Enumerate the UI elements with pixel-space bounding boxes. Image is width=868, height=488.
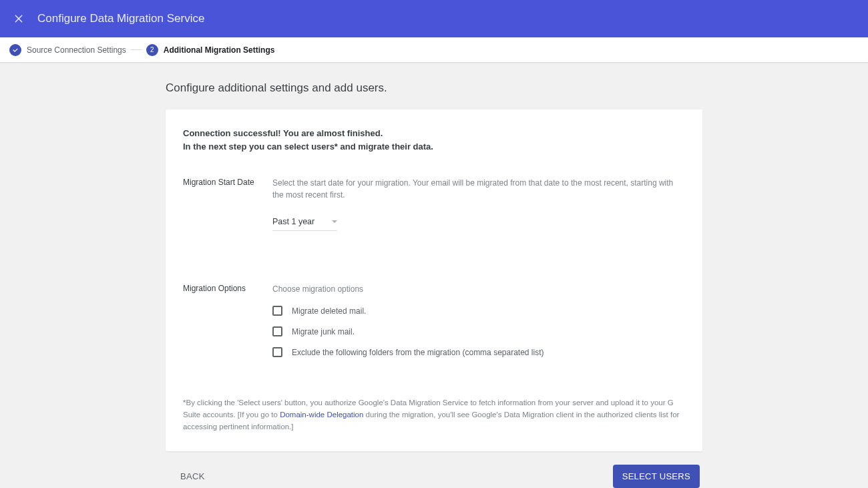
- success-message: Connection successful! You are almost fi…: [183, 127, 685, 153]
- checkbox[interactable]: [272, 326, 282, 336]
- success-line-1: Connection successful! You are almost fi…: [183, 127, 685, 140]
- settings-card: Connection successful! You are almost fi…: [166, 109, 702, 451]
- migration-options-row: Migration Options Choose migration optio…: [183, 283, 685, 357]
- option-exclude-folders: Exclude the following folders from the m…: [272, 347, 685, 357]
- close-icon: [13, 13, 24, 24]
- field-helper: Select the start date for your migration…: [272, 177, 685, 201]
- option-migrate-deleted: Migrate deleted mail.: [272, 306, 685, 316]
- step-number-badge: 2: [146, 44, 158, 56]
- checkbox[interactable]: [272, 306, 282, 316]
- action-bar: BACK SELECT USERS: [166, 451, 702, 488]
- migration-start-date-row: Migration Start Date Select the start da…: [183, 177, 685, 231]
- domain-wide-delegation-link[interactable]: Domain-wide Delegation: [280, 411, 363, 419]
- disclaimer-text: *By clicking the 'Select users' button, …: [183, 397, 685, 433]
- checkbox-label: Migrate deleted mail.: [292, 306, 366, 316]
- back-button[interactable]: BACK: [180, 471, 205, 481]
- select-value: Past 1 year: [272, 217, 314, 226]
- option-migrate-junk: Migrate junk mail.: [272, 326, 685, 336]
- field-label: Migration Start Date: [183, 177, 272, 187]
- start-date-select[interactable]: Past 1 year: [272, 217, 337, 231]
- select-users-button[interactable]: SELECT USERS: [613, 465, 700, 488]
- field-label: Migration Options: [183, 283, 272, 293]
- step-label: Source Connection Settings: [27, 45, 126, 55]
- stepper: Source Connection Settings 2 Additional …: [0, 37, 868, 63]
- step-source-connection[interactable]: Source Connection Settings: [9, 44, 126, 56]
- success-line-2: In the next step you can select users* a…: [183, 140, 685, 154]
- field-helper: Choose migration options: [272, 283, 685, 295]
- close-button[interactable]: [11, 11, 27, 27]
- checkbox-label: Migrate junk mail.: [292, 327, 355, 336]
- check-icon: [9, 44, 21, 56]
- app-header: Configure Data Migration Service: [0, 0, 868, 37]
- step-separator: [130, 49, 142, 50]
- page-title: Configure Data Migration Service: [37, 12, 204, 25]
- checkbox[interactable]: [272, 347, 282, 357]
- step-label: Additional Migration Settings: [164, 45, 275, 55]
- chevron-down-icon: [332, 220, 337, 223]
- checkbox-label: Exclude the following folders from the m…: [292, 348, 544, 357]
- step-additional-settings[interactable]: 2 Additional Migration Settings: [146, 44, 275, 56]
- section-heading: Configure additional settings and add us…: [166, 81, 702, 95]
